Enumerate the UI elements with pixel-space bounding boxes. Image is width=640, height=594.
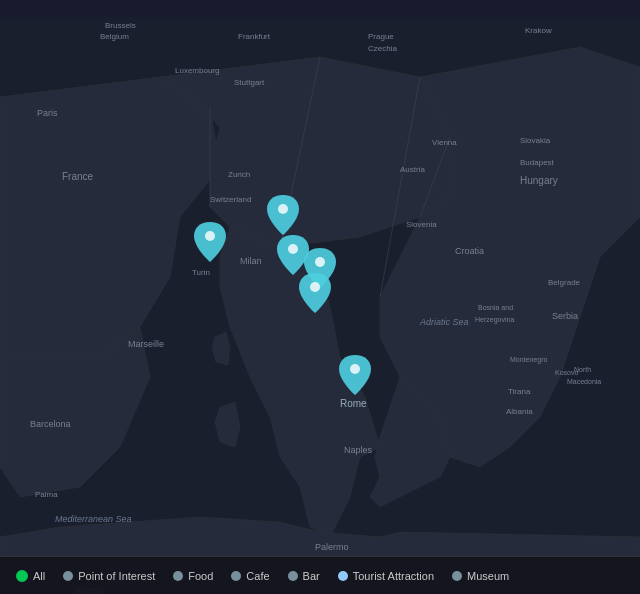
svg-text:Slovakia: Slovakia <box>520 136 551 145</box>
svg-text:Albania: Albania <box>506 407 533 416</box>
svg-text:Prague: Prague <box>368 32 394 41</box>
svg-text:Montenegro: Montenegro <box>510 356 547 364</box>
legend-item-museum[interactable]: Museum <box>452 570 509 582</box>
svg-text:Krakow: Krakow <box>525 26 552 35</box>
svg-text:Paris: Paris <box>37 108 58 118</box>
svg-text:Palermo: Palermo <box>315 542 349 552</box>
legend-item-tourist[interactable]: Tourist Attraction <box>338 570 434 582</box>
svg-text:Belgrade: Belgrade <box>548 278 581 287</box>
legend-dot-cafe <box>231 571 241 581</box>
svg-text:Belgium: Belgium <box>100 32 129 41</box>
legend-dot-museum <box>452 571 462 581</box>
svg-text:Czechia: Czechia <box>368 44 397 53</box>
legend-label-all: All <box>33 570 45 582</box>
svg-text:Frankfurt: Frankfurt <box>238 32 271 41</box>
legend-label-food: Food <box>188 570 213 582</box>
svg-text:France: France <box>62 171 94 182</box>
svg-point-47 <box>288 244 298 254</box>
legend-label-cafe: Cafe <box>246 570 269 582</box>
svg-text:Stuttgart: Stuttgart <box>234 78 265 87</box>
svg-text:Luxembourg: Luxembourg <box>175 66 219 75</box>
svg-point-45 <box>205 231 215 241</box>
legend-bar: All Point of Interest Food Cafe Bar Tour… <box>0 556 640 594</box>
svg-point-50 <box>350 364 360 374</box>
legend-dot-bar <box>288 571 298 581</box>
svg-text:Budapest: Budapest <box>520 158 555 167</box>
svg-text:Bosnia and: Bosnia and <box>478 304 513 311</box>
svg-point-49 <box>310 282 320 292</box>
legend-label-tourist: Tourist Attraction <box>353 570 434 582</box>
svg-text:Marseille: Marseille <box>128 339 164 349</box>
legend-item-bar[interactable]: Bar <box>288 570 320 582</box>
legend-item-cafe[interactable]: Cafe <box>231 570 269 582</box>
svg-text:Adriatic Sea: Adriatic Sea <box>419 317 469 327</box>
svg-text:Barcelona: Barcelona <box>30 419 71 429</box>
svg-text:Herzegovina: Herzegovina <box>475 316 514 324</box>
svg-text:Palma: Palma <box>35 490 58 499</box>
map-container: Brussels Belgium Frankfurt Prague Czechi… <box>0 0 640 594</box>
legend-dot-poi <box>63 571 73 581</box>
svg-text:Vienna: Vienna <box>432 138 457 147</box>
svg-text:Slovenia: Slovenia <box>406 220 437 229</box>
legend-item-poi[interactable]: Point of Interest <box>63 570 155 582</box>
svg-text:Switzerland: Switzerland <box>210 195 251 204</box>
legend-label-bar: Bar <box>303 570 320 582</box>
svg-text:Croatia: Croatia <box>455 246 484 256</box>
svg-text:Rome: Rome <box>340 398 367 409</box>
svg-text:Milan: Milan <box>240 256 262 266</box>
svg-text:Zurich: Zurich <box>228 170 250 179</box>
legend-label-poi: Point of Interest <box>78 570 155 582</box>
svg-text:Macedonia: Macedonia <box>567 378 601 385</box>
svg-point-46 <box>278 204 288 214</box>
svg-text:Turin: Turin <box>192 268 210 277</box>
svg-text:Mediterranean Sea: Mediterranean Sea <box>55 514 132 524</box>
svg-point-48 <box>315 257 325 267</box>
svg-text:Austria: Austria <box>400 165 425 174</box>
legend-item-food[interactable]: Food <box>173 570 213 582</box>
svg-text:Tirana: Tirana <box>508 387 531 396</box>
legend-label-museum: Museum <box>467 570 509 582</box>
svg-text:Hungary: Hungary <box>520 175 558 186</box>
legend-dot-food <box>173 571 183 581</box>
legend-item-all[interactable]: All <box>16 570 45 582</box>
map-svg: Brussels Belgium Frankfurt Prague Czechi… <box>0 0 640 594</box>
svg-text:North: North <box>574 366 591 373</box>
svg-text:Brussels: Brussels <box>105 21 136 30</box>
legend-dot-tourist <box>338 571 348 581</box>
svg-text:Serbia: Serbia <box>552 311 578 321</box>
legend-dot-all <box>16 570 28 582</box>
svg-text:Naples: Naples <box>344 445 373 455</box>
